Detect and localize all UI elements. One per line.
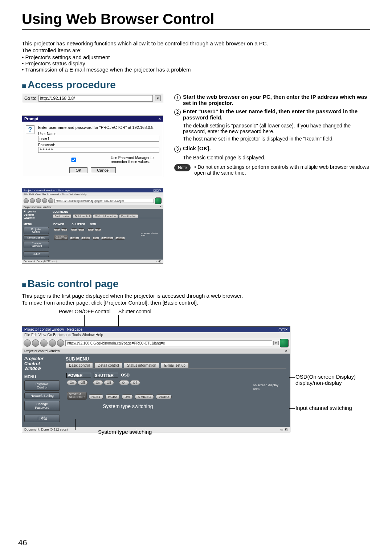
url-field[interactable]: http://192.168.0.8/cgi-bin/main.cgi?page… bbox=[65, 340, 272, 346]
tab-email-setup[interactable]: E-mail set up bbox=[161, 362, 188, 368]
remember-label: Use Password Manager to remember these v… bbox=[111, 156, 159, 164]
intro-bullet: • Transmission of a E-mail message when … bbox=[22, 66, 370, 73]
tab-detail-control[interactable]: Detail control bbox=[94, 362, 122, 368]
input-rgb1-button[interactable]: RGB1 bbox=[89, 394, 103, 399]
status-bar: Document: Done (0.212 secs) bbox=[24, 260, 57, 263]
step2-body-b: The host name set in the projector is di… bbox=[183, 136, 370, 142]
input-video-button[interactable]: VIDEO bbox=[156, 394, 172, 399]
power-off-button[interactable]: Off bbox=[61, 228, 68, 231]
power-off-button[interactable]: Off bbox=[78, 380, 88, 385]
url-dropdown-icon[interactable]: ▾ bbox=[273, 341, 279, 345]
tab-close-icon[interactable]: ✕ bbox=[159, 205, 162, 208]
osd-on-button[interactable]: On bbox=[87, 228, 94, 231]
system-selector-label: SYSTEM SELECTOR bbox=[54, 235, 68, 240]
sidebar-title: Projector Control Window bbox=[24, 210, 49, 220]
tab-detail-control[interactable]: Detail control bbox=[73, 214, 92, 218]
menu-label: MENU bbox=[24, 375, 60, 379]
sidebar-item-change-password[interactable]: Change Password bbox=[24, 241, 49, 248]
submenu-label: SUB MENU bbox=[66, 357, 286, 362]
osd-label: OSD bbox=[121, 373, 146, 377]
tab-basic-control[interactable]: Basic control bbox=[53, 214, 72, 218]
shutter-on-button[interactable]: On bbox=[93, 380, 103, 385]
input-rgb1-button[interactable]: RGB1 bbox=[70, 237, 79, 240]
step1-text: Start the web browser on your PC, then e… bbox=[183, 94, 367, 106]
basic-intro1: This page is the first page displayed wh… bbox=[22, 293, 370, 299]
power-label: POWER bbox=[66, 373, 91, 378]
shutter-on-button[interactable]: On bbox=[71, 228, 77, 231]
remember-checkbox[interactable] bbox=[38, 158, 109, 162]
close-icon[interactable]: × bbox=[159, 117, 161, 121]
url-field[interactable]: http://192.168.0.8/cgi-bin/main.cgi?page… bbox=[54, 199, 154, 203]
stop-icon[interactable] bbox=[49, 339, 56, 347]
tab-close-icon[interactable]: ✕ bbox=[285, 349, 288, 353]
input-dvi-button[interactable]: DVI bbox=[122, 394, 133, 399]
system-selector-label: SYSTEM SELECTOR bbox=[67, 392, 87, 400]
tab-basic-control[interactable]: Basic control bbox=[66, 362, 93, 368]
osd-off-button[interactable]: Off bbox=[130, 380, 140, 385]
browser-menu-bar[interactable]: File Edit View Go Bookmarks Tools Window… bbox=[22, 192, 163, 196]
step3-text: Click [OK]. bbox=[183, 145, 211, 151]
home-icon[interactable] bbox=[48, 198, 53, 203]
window-controls-icon[interactable]: ▢▢✕ bbox=[153, 189, 162, 192]
input-rgb2-button[interactable]: RGB2 bbox=[81, 237, 90, 240]
password-field[interactable] bbox=[38, 147, 159, 153]
shutter-off-button[interactable]: Off bbox=[104, 380, 114, 385]
back-icon[interactable] bbox=[24, 198, 29, 203]
status-icons: ▭ ◩ bbox=[280, 428, 288, 431]
window-controls-icon[interactable]: ▢▢✕ bbox=[278, 327, 288, 331]
ok-button[interactable]: OK bbox=[69, 167, 87, 173]
sidebar-item-projector-control[interactable]: Projector Control bbox=[24, 227, 49, 234]
intro-line2: The controlled items are: bbox=[22, 47, 370, 53]
goto-label: Go to: bbox=[24, 96, 36, 101]
menu-label: MENU bbox=[24, 223, 49, 226]
power-on-button[interactable]: On bbox=[54, 228, 60, 231]
input-dvi-button[interactable]: DVI bbox=[92, 237, 99, 240]
sidebar-item-projector-control[interactable]: Projector Control bbox=[24, 380, 60, 391]
sidebar-item-change-password[interactable]: Change Password bbox=[24, 401, 60, 411]
home-icon[interactable] bbox=[57, 339, 64, 347]
input-video-button[interactable]: VIDEO bbox=[115, 237, 126, 240]
forward-icon[interactable] bbox=[32, 339, 39, 347]
basic-control-big-shot: Projector control window - Netscape ▢▢✕ … bbox=[22, 326, 290, 432]
step2-text: Enter "user1" in the user name field, th… bbox=[183, 108, 358, 121]
power-label: POWER bbox=[53, 223, 71, 226]
reload-icon[interactable] bbox=[40, 339, 48, 347]
osd-off-button[interactable]: Off bbox=[95, 228, 101, 231]
cancel-button[interactable]: Cancel bbox=[91, 167, 115, 173]
browser-tab[interactable]: Projector control window bbox=[24, 349, 60, 353]
username-field[interactable] bbox=[38, 136, 159, 142]
shutter-label: SHUTTER bbox=[94, 373, 118, 378]
browser-tab[interactable]: Projector control window bbox=[24, 206, 51, 208]
goto-input[interactable] bbox=[38, 95, 153, 102]
shutter-label: SHUTTER bbox=[72, 223, 89, 226]
shutter-off-button[interactable]: Off bbox=[78, 228, 85, 231]
callout-system: System type switching bbox=[103, 403, 153, 409]
power-on-button[interactable]: On bbox=[67, 380, 77, 385]
tab-status-info[interactable]: Status information bbox=[124, 362, 160, 368]
input-svideo-button[interactable]: S-VIDEO bbox=[135, 394, 154, 399]
callout-power: Power ON/OFF control bbox=[59, 309, 117, 314]
sidebar-item-network-setting[interactable]: Network Setting bbox=[24, 392, 60, 399]
tab-status-info[interactable]: Status information bbox=[93, 214, 118, 218]
tab-email-setup[interactable]: E-mail set up bbox=[119, 214, 138, 218]
sidebar-title: Projector Control Window bbox=[24, 357, 60, 371]
back-icon[interactable] bbox=[24, 339, 31, 347]
sidebar-item-network-setting[interactable]: Network Setting bbox=[24, 235, 49, 240]
dropdown-icon[interactable]: ▼ bbox=[155, 95, 161, 101]
callout-system-overlay: System type switching bbox=[98, 429, 152, 435]
intro-line1: This projector has networking functions … bbox=[22, 40, 370, 46]
input-rgb2-button[interactable]: RGB2 bbox=[105, 394, 120, 399]
input-svideo-button[interactable]: S-VIDEO bbox=[101, 237, 114, 240]
reload-icon[interactable] bbox=[36, 198, 41, 203]
forward-icon[interactable] bbox=[30, 198, 35, 203]
browser-menu-bar[interactable]: File Edit View Go Bookmarks Tools Window… bbox=[22, 332, 290, 338]
username-label: User Name: bbox=[38, 132, 159, 136]
prompt-message: Enter username and password for "PROJECT… bbox=[38, 125, 159, 130]
step2-number: 2 bbox=[174, 109, 181, 115]
stop-icon[interactable] bbox=[42, 198, 47, 203]
note-text: Do not enter settings or perform control… bbox=[194, 164, 370, 176]
sidebar-item-japanese[interactable]: 日本語 bbox=[24, 415, 60, 422]
submenu-label: SUB MENU bbox=[53, 210, 161, 213]
osd-on-button[interactable]: On bbox=[119, 380, 129, 385]
sidebar-item-japanese[interactable]: 日本語 bbox=[24, 251, 49, 257]
